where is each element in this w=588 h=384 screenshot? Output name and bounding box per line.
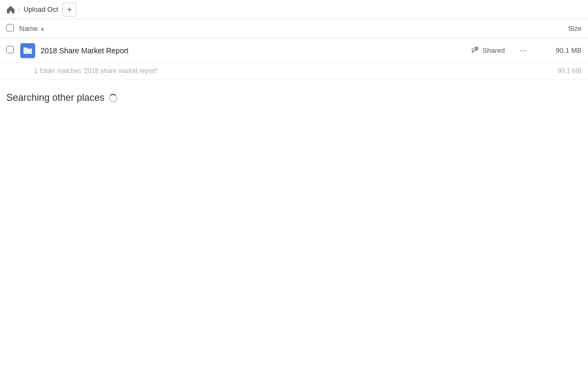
breadcrumb-current-folder[interactable]: Upload Oct [23, 5, 58, 13]
file-size-label: 90.1 MB [539, 46, 582, 54]
select-all-checkbox[interactable] [6, 24, 14, 31]
name-column-label: Name [19, 25, 38, 33]
searching-label: Searching other places [6, 92, 104, 103]
header-checkbox-col [6, 24, 19, 33]
folder-matches-text: 1 folder matches '2018 share market repo… [34, 67, 539, 75]
sort-arrow-icon: ▲ [40, 26, 45, 31]
more-icon: ··· [519, 46, 526, 55]
file-name-label: 2018 Share Market Report [41, 46, 472, 55]
folder-matches-size: 90.1 MB [539, 67, 582, 75]
searching-section: Searching other places [0, 79, 588, 110]
folder-matches-row: 1 folder matches '2018 share market repo… [0, 63, 588, 79]
home-button[interactable] [6, 5, 15, 14]
more-options-button[interactable]: ··· [515, 43, 530, 58]
shared-label: Shared [482, 46, 505, 54]
file-icon-container [19, 42, 36, 59]
svg-point-0 [29, 50, 30, 51]
file-row[interactable]: 2018 Share Market Report Shared ··· 90.1… [0, 38, 588, 63]
svg-point-1 [27, 50, 28, 51]
link-icon [472, 46, 479, 55]
searching-text: Searching other places [6, 92, 582, 103]
breadcrumb-bar: › Upload Oct + [0, 0, 588, 19]
name-column-header[interactable]: Name ▲ [19, 25, 539, 33]
column-header-row: Name ▲ Size [0, 19, 588, 38]
breadcrumb-chevron: › [18, 6, 20, 13]
file-checkbox-col [6, 46, 19, 55]
file-checkbox[interactable] [6, 46, 14, 53]
loading-spinner [109, 94, 117, 102]
size-column-header[interactable]: Size [539, 25, 582, 33]
add-button[interactable]: + [62, 3, 76, 17]
folder-link-icon [20, 43, 35, 58]
file-shared-area: Shared [472, 46, 505, 55]
